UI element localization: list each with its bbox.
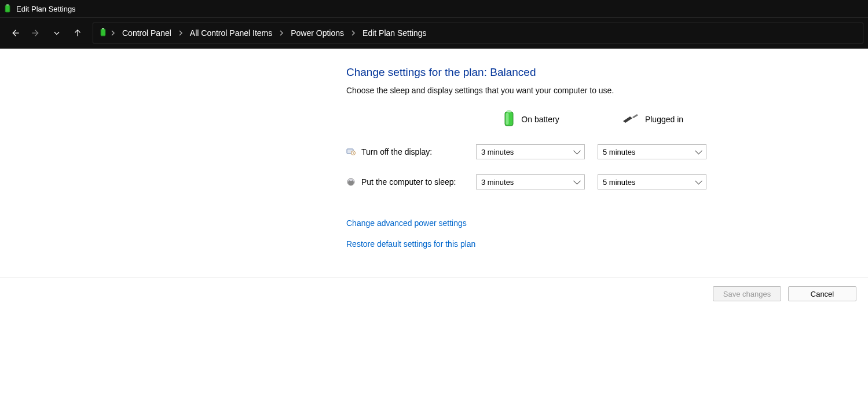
page-heading: Change settings for the plan: Balanced: [346, 66, 717, 79]
battery-app-icon: [3, 4, 12, 13]
battery-crumb-icon: [99, 28, 107, 39]
chevron-right-icon: [111, 30, 115, 36]
row-display-text: Turn off the display:: [361, 147, 432, 156]
links: Change advanced power settings Restore d…: [346, 218, 717, 249]
footer: Save changes Cancel: [0, 278, 868, 309]
chevron-right-icon: [178, 30, 183, 36]
column-header-battery-label: On battery: [521, 115, 559, 124]
breadcrumb-edit-plan-settings[interactable]: Edit Plan Settings: [359, 26, 430, 40]
svg-rect-5: [507, 110, 511, 112]
recent-locations-button[interactable]: [46, 23, 67, 43]
breadcrumb-power-options[interactable]: Power Options: [287, 26, 347, 40]
advanced-settings-link[interactable]: Change advanced power settings: [346, 218, 717, 228]
titlebar: Edit Plan Settings: [0, 0, 868, 17]
plug-icon: [622, 112, 639, 126]
row-display-label: Turn off the display:: [346, 147, 476, 156]
svg-rect-1: [6, 5, 9, 6]
breadcrumb-all-items[interactable]: All Control Panel Items: [186, 26, 276, 40]
svg-rect-3: [102, 28, 104, 29]
display-battery-select[interactable]: 3 minutes: [476, 144, 585, 159]
address-bar[interactable]: Control Panel All Control Panel Items Po…: [93, 23, 863, 43]
save-button[interactable]: Save changes: [713, 286, 781, 301]
row-sleep-text: Put the computer to sleep:: [361, 177, 456, 187]
forward-button[interactable]: [25, 23, 46, 43]
window-title: Edit Plan Settings: [16, 5, 76, 13]
column-header-battery: On battery: [476, 109, 586, 129]
settings-grid: On battery Plugged in: [346, 109, 717, 189]
svg-rect-6: [506, 113, 509, 125]
chevron-right-icon: [279, 30, 284, 36]
svg-rect-2: [101, 29, 105, 36]
breadcrumb-control-panel[interactable]: Control Panel: [119, 26, 175, 40]
sleep-icon: [346, 177, 356, 187]
sleep-plugged-value: 5 minutes: [603, 178, 635, 187]
chevron-right-icon: [351, 30, 356, 36]
navbar: Control Panel All Control Panel Items Po…: [0, 17, 868, 49]
battery-icon: [503, 109, 515, 129]
sleep-plugged-select[interactable]: 5 minutes: [598, 174, 706, 189]
row-sleep-label: Put the computer to sleep:: [346, 177, 476, 187]
display-icon: [346, 147, 356, 156]
svg-rect-0: [5, 5, 10, 12]
restore-defaults-link[interactable]: Restore default settings for this plan: [346, 239, 717, 249]
display-plugged-value: 5 minutes: [603, 148, 635, 156]
up-button[interactable]: [67, 23, 88, 43]
cancel-button[interactable]: Cancel: [788, 286, 856, 301]
display-plugged-select[interactable]: 5 minutes: [598, 144, 706, 159]
back-button[interactable]: [5, 23, 25, 43]
column-header-plugged: Plugged in: [598, 112, 708, 126]
sleep-battery-select[interactable]: 3 minutes: [476, 174, 585, 189]
content-area: Change settings for the plan: Balanced C…: [0, 49, 868, 309]
page-subtext: Choose the sleep and display settings th…: [346, 86, 717, 95]
display-battery-value: 3 minutes: [481, 148, 514, 156]
sleep-battery-value: 3 minutes: [481, 178, 514, 187]
column-header-plugged-label: Plugged in: [645, 115, 683, 124]
